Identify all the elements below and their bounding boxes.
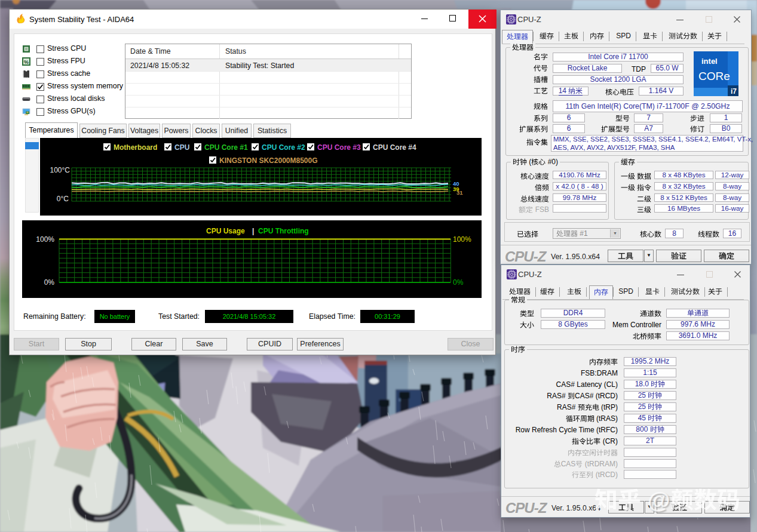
svg-text:i7: i7 xyxy=(731,87,737,96)
svg-text:Motherboard: Motherboard xyxy=(114,143,157,152)
svg-text:0°C: 0°C xyxy=(57,195,69,203)
svg-text:%: % xyxy=(24,59,29,65)
svg-text:CPU Core #4: CPU Core #4 xyxy=(373,143,416,152)
svg-text:CPU Core #3: CPU Core #3 xyxy=(317,143,361,152)
svg-text:intel: intel xyxy=(701,57,718,66)
svg-text:CPU Core #2: CPU Core #2 xyxy=(262,143,305,152)
svg-text:CPU Core #1: CPU Core #1 xyxy=(204,143,248,152)
svg-text:0%: 0% xyxy=(453,278,464,287)
svg-text:CPU Throttling: CPU Throttling xyxy=(258,227,309,235)
svg-text:CPU: CPU xyxy=(174,143,189,152)
svg-text:KINGSTON SKC2000M8500G: KINGSTON SKC2000M8500G xyxy=(219,156,318,165)
svg-text:31: 31 xyxy=(456,189,463,196)
svg-text:100%: 100% xyxy=(453,235,471,244)
svg-text:CPU Usage: CPU Usage xyxy=(206,227,245,235)
svg-text:0%: 0% xyxy=(44,278,55,287)
svg-text:|: | xyxy=(252,227,254,235)
svg-text:100°C: 100°C xyxy=(50,166,71,174)
svg-text:100%: 100% xyxy=(36,235,54,244)
svg-text:CORe: CORe xyxy=(698,70,730,82)
